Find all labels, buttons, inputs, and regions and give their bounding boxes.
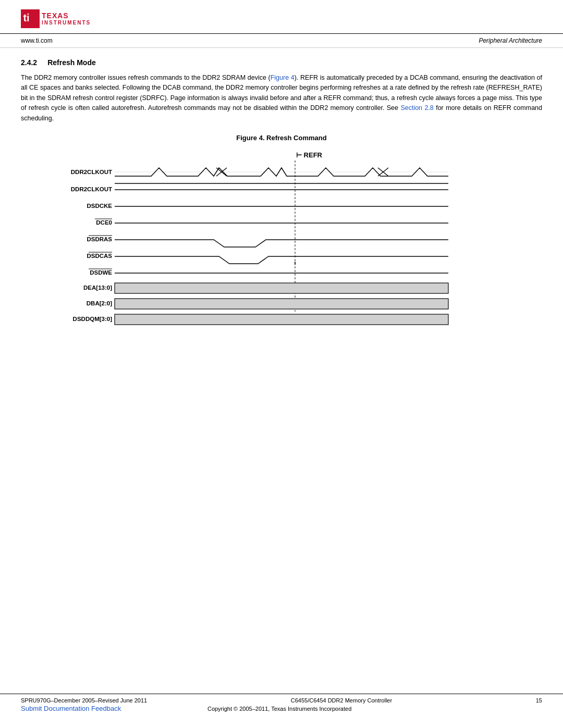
logo-texas: TEXAS (42, 12, 91, 20)
footer-doc-title: C6455/C6454 DDR2 Memory Controller (291, 697, 392, 704)
svg-rect-31 (115, 314, 448, 325)
svg-text:DSDRAS: DSDRAS (87, 236, 112, 242)
logo-instruments: INSTRUMENTS (42, 20, 91, 26)
logo: ti TEXAS INSTRUMENTS (21, 9, 91, 28)
footer-doc-id: SPRU970G–December 2005–Revised June 2011 (21, 697, 147, 704)
main-content: 2.4.2 Refresh Mode The DDR2 memory contr… (0, 48, 563, 348)
svg-rect-27 (115, 283, 448, 293)
svg-rect-29 (115, 299, 448, 309)
svg-text:DDR2CLKOUT: DDR2CLKOUT (71, 169, 112, 175)
svg-text:DEA[13:0]: DEA[13:0] (83, 285, 112, 291)
svg-text:DCE0: DCE0 (96, 219, 112, 226)
page-header: ti TEXAS INSTRUMENTS (0, 0, 563, 34)
logo-text: TEXAS INSTRUMENTS (42, 12, 91, 26)
submit-feedback-link[interactable]: Submit Documentation Feedback (21, 705, 121, 712)
section-label: Peripheral Architecture (479, 37, 542, 44)
sub-header: www.ti.com Peripheral Architecture (0, 34, 563, 48)
website-label: www.ti.com (21, 37, 53, 44)
svg-text:DDR2CLKOUT: DDR2CLKOUT (71, 186, 112, 192)
figure4-link[interactable]: Figure 4 (271, 74, 295, 81)
svg-text:DSDWE: DSDWE (90, 269, 112, 276)
svg-text:DSDCAS: DSDCAS (87, 253, 112, 259)
figure-container: Figure 4. Refresh Command ⊢ REFR DDR2CLK… (21, 134, 542, 327)
svg-text:ti: ti (23, 12, 30, 23)
timing-diagram: ⊢ REFR DDR2CLKOUT DDR2CLKOUT DSDCKE (57, 150, 506, 327)
section28-link[interactable]: Section 2.8 (400, 104, 433, 112)
svg-text:⊢ REFR: ⊢ REFR (296, 151, 323, 159)
svg-text:DSDCKE: DSDCKE (87, 203, 112, 209)
ti-logo-icon: ti (21, 9, 40, 28)
footer-page-number: 15 (536, 697, 542, 704)
svg-text:DSDDQM[3:0]: DSDDQM[3:0] (73, 316, 113, 322)
section-number: 2.4.2 (21, 58, 37, 67)
body-paragraph: The DDR2 memory controller issues refres… (21, 73, 542, 124)
figure-title: Figure 4. Refresh Command (21, 134, 542, 142)
section-heading: Refresh Mode (47, 58, 96, 67)
footer-copyright: Copyright © 2005–2011, Texas Instruments… (121, 706, 438, 712)
page-footer: SPRU970G–December 2005–Revised June 2011… (0, 694, 563, 712)
footer-top: SPRU970G–December 2005–Revised June 2011… (21, 697, 542, 704)
svg-text:DBA[2:0]: DBA[2:0] (87, 300, 112, 306)
section-title-row: 2.4.2 Refresh Mode (21, 58, 542, 67)
